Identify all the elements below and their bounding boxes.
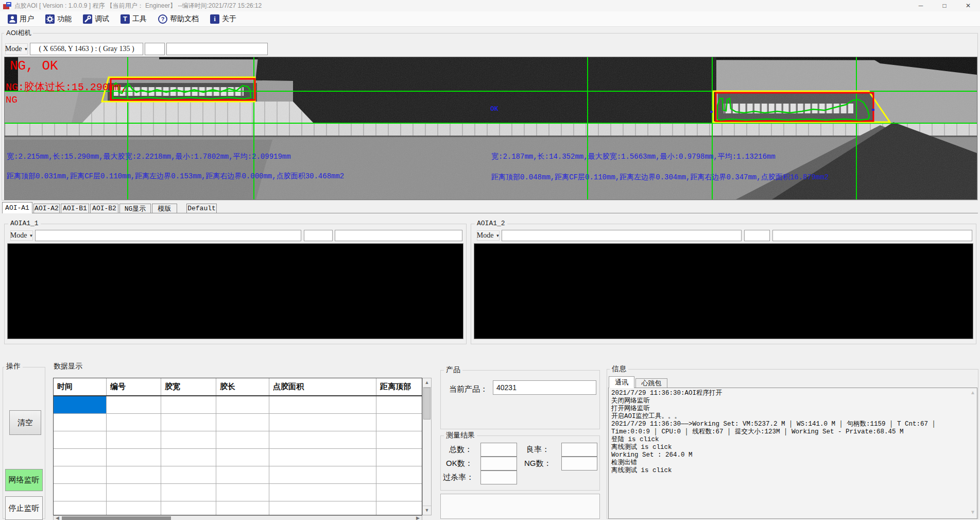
camera-coordinate-box[interactable]: ( X 6568, Y 1463 ) : ( Gray 135 ) bbox=[30, 43, 143, 55]
table-cell[interactable] bbox=[216, 396, 269, 413]
tab-default[interactable]: Default bbox=[186, 204, 217, 213]
table-cell[interactable] bbox=[216, 501, 269, 515]
menu-item-debug[interactable]: 调试 bbox=[78, 13, 114, 25]
tab-template[interactable]: 模版 bbox=[152, 204, 177, 213]
column-header[interactable]: 时间 bbox=[54, 378, 107, 395]
stop-listen-button[interactable]: 停止监听 bbox=[5, 496, 43, 520]
column-header[interactable]: 编号 bbox=[107, 378, 161, 395]
table-cell[interactable] bbox=[161, 501, 216, 515]
aoia1-2-info-box-3[interactable] bbox=[772, 230, 972, 241]
current-product-input[interactable]: 40231 bbox=[493, 380, 596, 395]
overkill-value-box[interactable] bbox=[480, 471, 517, 484]
table-cell[interactable] bbox=[161, 466, 216, 483]
table-cell[interactable] bbox=[54, 414, 107, 431]
scroll-up-icon[interactable]: ▲ bbox=[423, 378, 431, 388]
table-cell[interactable] bbox=[269, 431, 376, 448]
table-cell[interactable] bbox=[54, 466, 107, 483]
table-cell[interactable] bbox=[376, 414, 422, 431]
total-value-box[interactable] bbox=[480, 443, 517, 457]
camera-image-view[interactable]: NG, OK NG:胶体过长:15.290mm, NG OK 宽:2.215mm… bbox=[4, 57, 977, 200]
table-cell[interactable] bbox=[161, 484, 216, 501]
menu-item-tools[interactable]: T 工具 bbox=[116, 13, 151, 25]
table-cell[interactable] bbox=[107, 449, 161, 466]
tab-aoi-b1[interactable]: AOI-B1 bbox=[61, 204, 89, 213]
tab-ng-display[interactable]: NG显示 bbox=[119, 204, 151, 213]
table-cell[interactable] bbox=[54, 431, 107, 448]
table-cell[interactable] bbox=[161, 414, 216, 431]
menu-item-about[interactable]: i 关于 bbox=[205, 13, 241, 25]
table-cell[interactable] bbox=[376, 484, 422, 501]
menu-item-help[interactable]: ? 帮助文档 bbox=[153, 13, 203, 25]
table-cell[interactable] bbox=[269, 501, 376, 515]
table-cell[interactable] bbox=[269, 466, 376, 483]
maximize-button[interactable]: □ bbox=[933, 0, 956, 11]
close-button[interactable]: ✕ bbox=[956, 0, 980, 11]
aoia1-1-image-view[interactable] bbox=[7, 243, 463, 339]
tab-aoi-a1[interactable]: AOI-A1 bbox=[2, 202, 32, 213]
scroll-right-icon[interactable]: ▶ bbox=[414, 516, 422, 520]
yield-value-box[interactable] bbox=[561, 443, 597, 457]
table-cell[interactable] bbox=[107, 396, 161, 413]
vertical-scroll-thumb[interactable] bbox=[423, 388, 431, 420]
notes-panel[interactable] bbox=[440, 494, 600, 519]
table-cell[interactable] bbox=[107, 414, 161, 431]
minimize-button[interactable]: ─ bbox=[909, 0, 933, 11]
camera-info-box-1[interactable] bbox=[145, 43, 165, 55]
table-cell[interactable] bbox=[376, 431, 422, 448]
table-cell[interactable] bbox=[107, 431, 161, 448]
column-header[interactable]: 胶长 bbox=[216, 378, 269, 395]
table-vertical-scrollbar[interactable]: ▲ ▼ bbox=[422, 378, 432, 515]
horizontal-scroll-thumb[interactable] bbox=[62, 516, 171, 520]
column-header[interactable]: 点胶面积 bbox=[269, 378, 376, 395]
tab-aoi-b2[interactable]: AOI-B2 bbox=[90, 204, 118, 213]
table-cell[interactable] bbox=[107, 466, 161, 483]
camera-info-box-2[interactable] bbox=[166, 43, 268, 55]
table-cell[interactable] bbox=[107, 484, 161, 501]
network-listen-button[interactable]: 网络监听 bbox=[5, 469, 43, 491]
table-cell[interactable] bbox=[216, 431, 269, 448]
table-cell[interactable] bbox=[54, 501, 107, 515]
comm-log[interactable]: 2021/7/29 11:36:30:AOI程序打开 关闭网络监听 打开网络监听… bbox=[608, 388, 977, 519]
table-cell[interactable] bbox=[216, 466, 269, 483]
table-cell[interactable] bbox=[216, 414, 269, 431]
aoia1-2-info-box-2[interactable] bbox=[744, 230, 770, 241]
table-cell[interactable] bbox=[269, 414, 376, 431]
aoia1-2-image-view[interactable] bbox=[474, 243, 973, 339]
tab-heartbeat[interactable]: 心跳包 bbox=[635, 378, 667, 388]
table-cell[interactable] bbox=[54, 484, 107, 501]
aoia1-1-mode-dropdown[interactable]: Mode ▼ bbox=[10, 230, 33, 241]
scroll-left-icon[interactable]: ◀ bbox=[54, 516, 61, 520]
table-cell[interactable] bbox=[107, 501, 161, 515]
table-cell[interactable] bbox=[216, 449, 269, 466]
aoia1-2-info-box-1[interactable] bbox=[502, 230, 742, 241]
aoia1-2-mode-dropdown[interactable]: Mode ▼ bbox=[477, 230, 500, 241]
aoia1-1-info-box-2[interactable] bbox=[304, 230, 333, 241]
column-header[interactable]: 距离顶部 bbox=[376, 378, 422, 395]
table-cell[interactable] bbox=[269, 396, 376, 413]
table-cell[interactable] bbox=[376, 449, 422, 466]
table-cell[interactable] bbox=[376, 501, 422, 515]
table-horizontal-scrollbar[interactable]: ◀ ▶ bbox=[53, 515, 422, 520]
camera-mode-dropdown[interactable]: Mode ▼ bbox=[5, 43, 28, 55]
aoia1-1-info-box-1[interactable] bbox=[35, 230, 301, 241]
table-cell[interactable] bbox=[376, 396, 422, 413]
table-cell[interactable] bbox=[161, 396, 216, 413]
tab-aoi-a2[interactable]: AOI-A2 bbox=[33, 204, 60, 213]
table-cell-selected[interactable] bbox=[54, 396, 107, 413]
column-header[interactable]: 胶宽 bbox=[161, 378, 216, 395]
table-cell[interactable] bbox=[269, 484, 376, 501]
table-cell[interactable] bbox=[216, 484, 269, 501]
scroll-up-icon[interactable]: ▲ bbox=[970, 390, 975, 395]
table-cell[interactable] bbox=[269, 449, 376, 466]
table-cell[interactable] bbox=[161, 431, 216, 448]
table-cell[interactable] bbox=[54, 449, 107, 466]
table-cell[interactable] bbox=[161, 449, 216, 466]
menu-item-function[interactable]: 功能 bbox=[41, 13, 76, 25]
table-cell[interactable] bbox=[376, 466, 422, 483]
clear-button[interactable]: 清空 bbox=[9, 410, 41, 435]
ng-count-value-box[interactable] bbox=[561, 457, 597, 471]
scroll-down-icon[interactable]: ▼ bbox=[423, 506, 431, 515]
tab-comm[interactable]: 通讯 bbox=[609, 376, 634, 388]
menu-item-user[interactable]: 用户 bbox=[3, 13, 39, 25]
ok-count-value-box[interactable] bbox=[480, 457, 517, 471]
